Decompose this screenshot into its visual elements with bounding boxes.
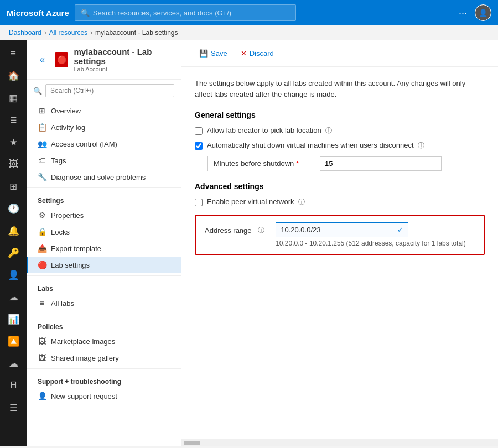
content-description: The settings below apply to all labs cre… (195, 78, 485, 100)
breadcrumb: Dashboard › All resources › mylabaccount… (0, 25, 498, 40)
ellipsis-icon[interactable]: ··· (459, 7, 467, 19)
activity-log-icon: 📋 (38, 123, 46, 132)
peer-network-label: Enable peer virtual network ⓘ (207, 197, 305, 207)
nav-search-box[interactable]: 🔍 (27, 80, 181, 102)
save-icon: 💾 (199, 49, 208, 58)
sidebar-home-icon[interactable]: 🏠 (3, 66, 23, 86)
left-nav: « 🔴 mylabaccount - Lab settings Lab Acco… (27, 40, 181, 446)
minutes-label: Minutes before shutdown * (214, 159, 313, 168)
nav-items: ⊞ Overview 📋 Activity log 👥 Access contr… (27, 102, 181, 446)
support-request-icon: 👤 (38, 392, 46, 400)
top-bar: Microsoft Azure 🔍 ··· 👤 (0, 0, 498, 25)
nav-search-input[interactable] (45, 84, 174, 97)
nav-item-label: Tags (51, 157, 66, 165)
sidebar-monitor-icon[interactable]: 🖥 (3, 376, 23, 395)
resource-icon: 🔴 (55, 52, 69, 67)
auto-shutdown-row: Automatically shut down virtual machines… (195, 141, 485, 150)
breadcrumb-current: mylabaccount - Lab settings (95, 29, 178, 37)
nav-item-lab-settings[interactable]: 🔴 Lab settings (27, 257, 181, 273)
sidebar-clock-icon[interactable]: 🕐 (3, 199, 23, 218)
content-body: The settings below apply to all labs cre… (181, 67, 498, 439)
nav-item-all-labs[interactable]: ≡ All labs (27, 295, 181, 311)
nav-item-export-template[interactable]: 📤 Export template (27, 240, 181, 257)
nav-item-overview[interactable]: ⊞ Overview (27, 102, 181, 119)
nav-item-shared-image-gallery[interactable]: 🖼 Shared image gallery (27, 350, 181, 366)
sidebar-image-icon[interactable]: 🖼 (3, 154, 23, 174)
breadcrumb-dashboard[interactable]: Dashboard (9, 29, 42, 37)
nav-item-locks[interactable]: 🔒 Locks (27, 223, 181, 240)
locks-icon: 🔒 (38, 227, 46, 236)
horizontal-scrollbar[interactable] (181, 439, 498, 446)
sidebar-upload-icon[interactable]: 🔼 (3, 331, 23, 351)
allow-location-row: Allow lab creator to pick lab location ⓘ (195, 126, 485, 136)
resource-title: mylabaccount - Lab settings (74, 47, 172, 66)
peer-network-info-icon[interactable]: ⓘ (298, 198, 305, 206)
allow-location-checkbox[interactable] (195, 127, 203, 135)
nav-item-label: New support request (51, 392, 117, 400)
sidebar-dashboard-icon[interactable]: ▦ (3, 88, 23, 108)
sidebar-expand-icon[interactable]: ≡ (3, 44, 23, 64)
sidebar-star-icon[interactable]: ★ (3, 132, 23, 152)
sidebar-list-icon[interactable]: ☰ (3, 110, 23, 130)
sidebar-chart-icon[interactable]: 📊 (3, 309, 23, 329)
nav-search-icon: 🔍 (33, 87, 42, 95)
properties-icon: ⚙ (38, 211, 46, 220)
nav-item-tags[interactable]: 🏷 Tags (27, 152, 181, 169)
marketplace-images-icon: 🖼 (38, 337, 46, 346)
minutes-field-row: Minutes before shutdown * (214, 156, 485, 171)
advanced-settings-title: Advanced settings (195, 182, 485, 191)
scroll-thumb[interactable] (184, 441, 200, 445)
address-range-input-display: 10.20.0.0/23 ✓ (276, 222, 408, 237)
discard-icon: ✕ (241, 49, 247, 58)
address-range-checkmark: ✓ (397, 226, 403, 234)
sidebar-cloud-icon[interactable]: ☁ (3, 287, 23, 307)
minutes-input[interactable] (320, 156, 442, 171)
peer-network-checkbox[interactable] (195, 199, 203, 206)
minutes-indent-block: Minutes before shutdown * (207, 156, 485, 171)
nav-item-label: Properties (51, 211, 84, 220)
search-box[interactable]: 🔍 (75, 4, 296, 21)
nav-item-diagnose[interactable]: 🔧 Diagnose and solve problems (27, 169, 181, 185)
nav-item-activity-log[interactable]: 📋 Activity log (27, 119, 181, 136)
nav-collapse-button[interactable]: « (35, 53, 49, 67)
overview-icon: ⊞ (38, 106, 46, 115)
nav-item-marketplace-images[interactable]: 🖼 Marketplace images (27, 333, 181, 350)
nav-item-properties[interactable]: ⚙ Properties (27, 207, 181, 223)
azure-logo: Microsoft Azure (7, 8, 69, 18)
nav-item-label: Diagnose and solve problems (51, 173, 146, 181)
nav-item-label: Locks (51, 228, 70, 236)
resource-subtitle: Lab Account (74, 66, 172, 72)
discard-button[interactable]: ✕ Discard (234, 46, 281, 61)
diagnose-icon: 🔧 (38, 173, 46, 181)
sidebar-key-icon[interactable]: 🔑 (3, 243, 23, 263)
search-input[interactable] (93, 9, 290, 17)
icon-sidebar: ≡ 🏠 ▦ ☰ ★ 🖼 ⊞ 🕐 🔔 🔑 👤 ☁ 📊 🔼 ☁ 🖥 ☰ (0, 40, 27, 446)
auto-shutdown-checkbox[interactable] (195, 142, 203, 150)
nav-item-label: Overview (51, 107, 81, 115)
save-label: Save (211, 49, 227, 58)
sidebar-grid-icon[interactable]: ⊞ (3, 176, 23, 196)
export-template-icon: 📤 (38, 244, 46, 253)
sidebar-bell-icon[interactable]: 🔔 (3, 221, 23, 241)
save-button[interactable]: 💾 Save (193, 46, 234, 61)
auto-shutdown-info-icon[interactable]: ⓘ (418, 142, 424, 149)
allow-location-info-icon[interactable]: ⓘ (325, 127, 332, 134)
nav-item-label: Activity log (51, 123, 85, 132)
content-area: 💾 Save ✕ Discard The settings below appl… (181, 40, 498, 446)
nav-item-access-control[interactable]: 👥 Access control (IAM) (27, 136, 181, 152)
general-settings-title: General settings (195, 111, 485, 119)
breadcrumb-all-resources[interactable]: All resources (49, 29, 87, 37)
top-bar-actions: ··· 👤 (459, 4, 491, 21)
nav-item-label: Access control (IAM) (51, 140, 117, 148)
address-range-info-icon[interactable]: ⓘ (258, 226, 264, 235)
sidebar-cloud2-icon[interactable]: ☁ (3, 353, 23, 373)
nav-item-new-support-request[interactable]: 👤 New support request (27, 388, 181, 404)
auto-shutdown-label: Automatically shut down virtual machines… (207, 141, 424, 150)
discard-label: Discard (250, 49, 274, 58)
address-range-label: Address range ⓘ (205, 222, 264, 235)
sidebar-menu2-icon[interactable]: ☰ (3, 398, 23, 418)
avatar[interactable]: 👤 (475, 4, 491, 21)
nav-item-label: All labs (51, 299, 74, 308)
labs-section-label: Labs (27, 278, 181, 295)
sidebar-person-icon[interactable]: 👤 (3, 265, 23, 285)
